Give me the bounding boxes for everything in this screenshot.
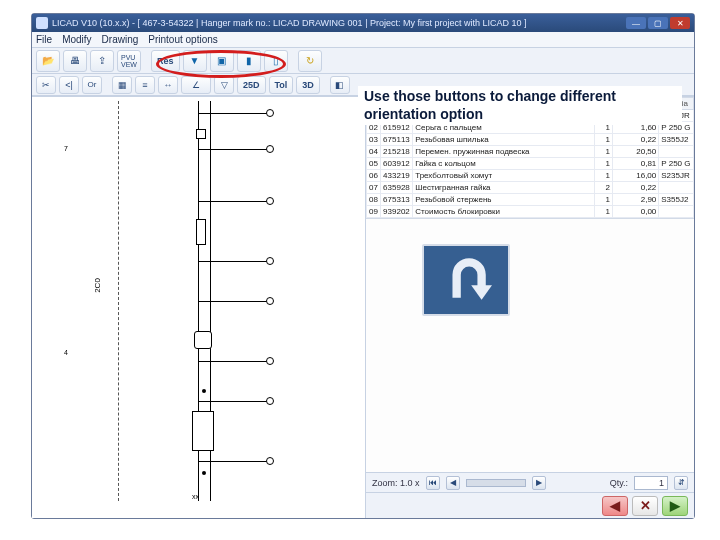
cell-material: S355J2 [659, 134, 694, 146]
table-row[interactable]: 04215218Перемен. пружинная подвеска120,5… [367, 146, 694, 158]
tool2-angle-icon[interactable]: ∠ [181, 76, 211, 94]
cell-part: 603912 [381, 158, 413, 170]
cell-material [659, 146, 694, 158]
tool2-view-icon[interactable]: ◧ [330, 76, 350, 94]
tooltip-line2: orientation option [364, 106, 483, 122]
qty-input[interactable]: 1 [634, 476, 668, 490]
cell-part: 433219 [381, 170, 413, 182]
next-button[interactable]: ▶ [662, 496, 688, 516]
window-title: LICAD V10 (10.x.x) - [ 467-3-54322 | Han… [52, 18, 622, 28]
tool2-cut-icon[interactable]: ✂ [36, 76, 56, 94]
tool2-tol-button[interactable]: Tol [269, 76, 294, 94]
cell-qty: 1 [595, 158, 613, 170]
highlight-oval [156, 50, 286, 78]
cell-desc: Резьбовая шпилька [413, 134, 595, 146]
close-button[interactable]: ✕ [670, 17, 690, 29]
zoom-prev-button[interactable]: ◀ [446, 476, 460, 490]
cell-qty: 1 [595, 170, 613, 182]
cell-weight: 20,50 [612, 146, 658, 158]
titlebar: LICAD V10 (10.x.x) - [ 467-3-54322 | Han… [32, 14, 694, 32]
qty-label: Qty.: [610, 478, 628, 488]
table-row[interactable]: 06433219Трехболтовый хомут116,00S235JR [367, 170, 694, 182]
cell-material: S355J2 [659, 194, 694, 206]
app-icon [36, 17, 48, 29]
drawing-viewport[interactable]: 2C0 [32, 97, 366, 518]
empty-area [366, 218, 694, 472]
cell-part: 675313 [381, 194, 413, 206]
cell-desc: Шестигранная гайка [413, 182, 595, 194]
cell-part: 215218 [381, 146, 413, 158]
tool-open-icon[interactable]: 📂 [36, 50, 60, 72]
tool2-dimension-icon[interactable]: ↔ [158, 76, 178, 94]
cell-part: 635928 [381, 182, 413, 194]
cell-qty: 1 [595, 146, 613, 158]
toolbar-primary: 📂 🖶 ⇪ PVUVEW Res ▼ ▣ ▮ ▯ ↻ [32, 48, 694, 74]
minimize-button[interactable]: — [626, 17, 646, 29]
menu-file[interactable]: File [36, 32, 52, 47]
cell-pos: 05 [367, 158, 381, 170]
menu-drawing[interactable]: Drawing [102, 32, 139, 47]
cell-material [659, 206, 694, 218]
tool2-or-icon[interactable]: Or [82, 76, 102, 94]
cell-weight: 16,00 [612, 170, 658, 182]
tooltip-text: Use those buttons to change different or… [358, 86, 682, 125]
cell-pos: 04 [367, 146, 381, 158]
cell-desc: Гайка с кольцом [413, 158, 595, 170]
cell-weight: 0,22 [612, 134, 658, 146]
hanger-drawing: 2C0 [118, 101, 318, 507]
cell-material [659, 182, 694, 194]
zoom-first-button[interactable]: ⏮ [426, 476, 440, 490]
table-row[interactable]: 07635928Шестигранная гайка20,22 [367, 182, 694, 194]
zoom-track[interactable] [466, 479, 526, 487]
tool2-layers-icon[interactable]: ≡ [135, 76, 155, 94]
tool-export-icon[interactable]: ⇪ [90, 50, 114, 72]
parts-panel: Qty Weight (kg) Materia 01795112Промежут… [366, 97, 694, 518]
maximize-button[interactable]: ▢ [648, 17, 668, 29]
tool-print-icon[interactable]: 🖶 [63, 50, 87, 72]
tool2-grid-icon[interactable]: ▦ [112, 76, 132, 94]
cell-material: S235JR [659, 170, 694, 182]
uturn-icon[interactable] [422, 244, 510, 316]
tool-refresh-icon[interactable]: ↻ [298, 50, 322, 72]
cell-desc: Резьбовой стержень [413, 194, 595, 206]
zoom-next-button[interactable]: ▶ [532, 476, 546, 490]
prev-button[interactable]: ◀ [602, 496, 628, 516]
cell-pos: 09 [367, 206, 381, 218]
menu-printout-options[interactable]: Printout options [148, 32, 218, 47]
cancel-button[interactable]: ✕ [632, 496, 658, 516]
axis-label: 2C0 [93, 278, 102, 293]
tool-pvu-icon[interactable]: PVUVEW [117, 50, 141, 72]
tool2-filter-icon[interactable]: ▽ [214, 76, 234, 94]
cell-desc: Трехболтовый хомут [413, 170, 595, 182]
cell-weight: 0,00 [612, 206, 658, 218]
status-bar: Zoom: 1.0 x ⏮ ◀ ▶ Qty.: 1 ⇵ [366, 472, 694, 492]
cell-qty: 1 [595, 134, 613, 146]
tool2-3d-button[interactable]: 3D [296, 76, 320, 94]
menubar: File Modify Drawing Printout options [32, 32, 694, 48]
cell-desc: Стоимость блокировки [413, 206, 595, 218]
table-row[interactable]: 05603912Гайка с кольцом10,81P 250 G [367, 158, 694, 170]
cell-material: P 250 G [659, 158, 694, 170]
qty-spinner[interactable]: ⇵ [674, 476, 688, 490]
cell-pos: 07 [367, 182, 381, 194]
cell-weight: 0,22 [612, 182, 658, 194]
body-area: 2C0 [32, 96, 694, 518]
tool2-lessthan-icon[interactable]: <| [59, 76, 79, 94]
cell-pos: 08 [367, 194, 381, 206]
table-row[interactable]: 09939202Стоимость блокировки10,00 [367, 206, 694, 218]
cell-qty: 1 [595, 194, 613, 206]
tool2-25d-button[interactable]: 25D [237, 76, 266, 94]
table-row[interactable]: 03675113Резьбовая шпилька10,22S355J2 [367, 134, 694, 146]
cell-part: 675113 [381, 134, 413, 146]
cell-weight: 2,90 [612, 194, 658, 206]
tooltip-line1: Use those buttons to change different [364, 88, 616, 104]
nav-footer: ◀ ✕ ▶ [366, 492, 694, 518]
table-row[interactable]: 08675313Резьбовой стержень12,90S355J2 [367, 194, 694, 206]
zoom-label: Zoom: 1.0 x [372, 478, 420, 488]
cell-qty: 1 [595, 206, 613, 218]
cell-weight: 0,81 [612, 158, 658, 170]
menu-modify[interactable]: Modify [62, 32, 91, 47]
cell-pos: 06 [367, 170, 381, 182]
cell-pos: 03 [367, 134, 381, 146]
cell-qty: 2 [595, 182, 613, 194]
